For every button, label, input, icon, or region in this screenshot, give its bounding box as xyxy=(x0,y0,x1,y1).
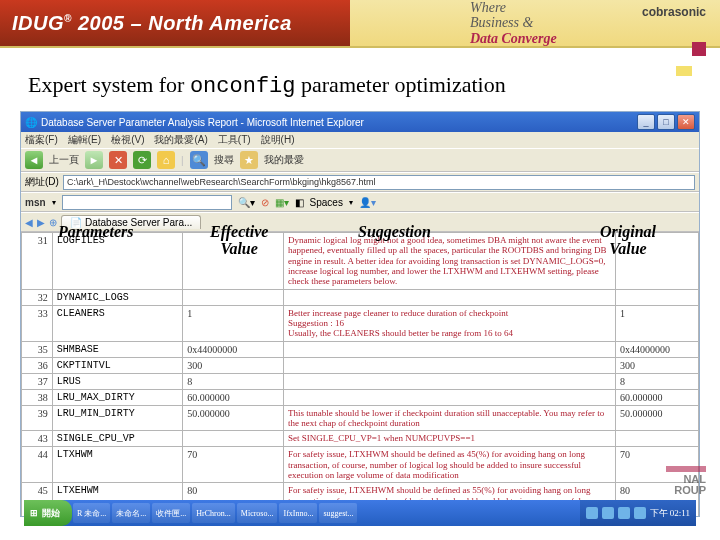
msn-form-icon[interactable]: ▦▾ xyxy=(275,197,289,208)
spaces-icon[interactable]: ◧ xyxy=(295,197,304,208)
row-number: 35 xyxy=(22,341,53,357)
row-number: 44 xyxy=(22,447,53,483)
suggestion-text xyxy=(283,389,615,405)
banner-right: Where Business & Data Converge cobrasoni… xyxy=(350,0,720,46)
windows-taskbar: ⊞ 開始 R 未命...未命名...收件匣...HrChron...Micros… xyxy=(24,500,696,526)
back-button[interactable]: ◄ xyxy=(25,151,43,169)
menu-view[interactable]: 檢視(V) xyxy=(111,133,144,147)
suggestion-text: This tunable should be lower if checkpoi… xyxy=(283,405,615,431)
toolbar: ◄ 上一頁 ► ✕ ⟳ ⌂ | 🔍 搜尋 ★ 我的最愛 xyxy=(21,148,699,172)
effective-value: 60.000000 xyxy=(183,389,284,405)
param-name: SHMBASE xyxy=(52,341,182,357)
row-number: 36 xyxy=(22,357,53,373)
table-row: 32DYNAMIC_LOGS xyxy=(22,289,699,305)
ie-page-icon: 📄 xyxy=(70,217,82,228)
tray-icon[interactable] xyxy=(634,507,646,519)
maximize-button[interactable]: □ xyxy=(657,114,675,130)
tab-next-icon[interactable]: ▶ xyxy=(37,217,45,228)
effective-value: 300 xyxy=(183,357,284,373)
tab-report[interactable]: 📄 Database Server Para... xyxy=(61,215,201,229)
conference-banner: IDUG® 2005 – North America Where Busines… xyxy=(0,0,720,48)
watermark-logo: NAL ROUP xyxy=(666,464,706,496)
suggestion-text xyxy=(283,341,615,357)
search-button[interactable]: 🔍 xyxy=(190,151,208,169)
msn-toolbar: msn ▾ 🔍▾ ⊘ ▦▾ ◧ Spaces ▾ 👤▾ xyxy=(21,192,699,212)
param-name: DYNAMIC_LOGS xyxy=(52,289,182,305)
original-value: 0x44000000 xyxy=(615,341,698,357)
taskbar-item[interactable]: HrChron... xyxy=(192,503,234,523)
windows-icon: ⊞ xyxy=(30,508,38,518)
param-name: SINGLE_CPU_VP xyxy=(52,431,182,447)
table-row: 31LOGFILESDynamic logical log might not … xyxy=(22,233,699,290)
param-name: CKPTINTVL xyxy=(52,357,182,373)
taskbar-item[interactable]: Microso... xyxy=(237,503,278,523)
effective-value: 50.000000 xyxy=(183,405,284,431)
tab-new-icon[interactable]: ⊕ xyxy=(49,217,57,228)
tray-icon[interactable] xyxy=(602,507,614,519)
menu-help[interactable]: 說明(H) xyxy=(261,133,295,147)
tray-icon[interactable] xyxy=(618,507,630,519)
msn-search-icon[interactable]: 🔍▾ xyxy=(238,197,255,208)
ie-icon: 🌐 xyxy=(25,117,37,128)
table-row: 39LRU_MIN_DIRTY50.000000This tunable sho… xyxy=(22,405,699,431)
stop-button[interactable]: ✕ xyxy=(109,151,127,169)
taskbar-item[interactable]: IfxInno... xyxy=(279,503,317,523)
minimize-button[interactable]: _ xyxy=(637,114,655,130)
window-titlebar: 🌐 Database Server Parameter Analysis Rep… xyxy=(21,112,699,132)
original-value: 60.000000 xyxy=(615,389,698,405)
effective-value: 0x44000000 xyxy=(183,341,284,357)
address-label: 網址(D) xyxy=(25,175,59,189)
menu-tools[interactable]: 工具(T) xyxy=(218,133,251,147)
original-value: 300 xyxy=(615,357,698,373)
msn-msgr-icon[interactable]: 👤▾ xyxy=(359,197,376,208)
start-button[interactable]: ⊞ 開始 xyxy=(24,500,72,526)
menubar: 檔案(F) 編輯(E) 檢視(V) 我的最愛(A) 工具(T) 說明(H) xyxy=(21,132,699,148)
close-button[interactable]: ✕ xyxy=(677,114,695,130)
favorites-label: 我的最愛 xyxy=(264,153,304,167)
back-label: 上一頁 xyxy=(49,153,79,167)
row-number: 33 xyxy=(22,305,53,341)
param-name: LTXHWM xyxy=(52,447,182,483)
row-number: 43 xyxy=(22,431,53,447)
param-name: LRU_MAX_DIRTY xyxy=(52,389,182,405)
row-number: 31 xyxy=(22,233,53,290)
effective-value xyxy=(183,289,284,305)
banner-left: IDUG® 2005 – North America xyxy=(0,0,350,46)
address-input[interactable]: C:\ark\_H\Destock\wchannel\webResearch\S… xyxy=(63,175,695,190)
param-name: CLEANERS xyxy=(52,305,182,341)
param-name: LOGFILES xyxy=(52,233,182,290)
table-row: 35SHMBASE0x440000000x44000000 xyxy=(22,341,699,357)
effective-value: 8 xyxy=(183,373,284,389)
original-value: 50.000000 xyxy=(615,405,698,431)
suggestion-text: Better increase page cleaner to reduce d… xyxy=(283,305,615,341)
taskbar-item[interactable]: 未命名... xyxy=(112,503,150,523)
menu-file[interactable]: 檔案(F) xyxy=(25,133,58,147)
taskbar-item[interactable]: 收件匣... xyxy=(152,503,190,523)
home-button[interactable]: ⌂ xyxy=(157,151,175,169)
favorites-button[interactable]: ★ xyxy=(240,151,258,169)
msn-logo: msn xyxy=(25,197,46,208)
taskbar-item[interactable]: R 未命... xyxy=(73,503,110,523)
menu-favorites[interactable]: 我的最愛(A) xyxy=(154,133,207,147)
accent-square-yellow xyxy=(676,66,692,76)
original-value xyxy=(615,233,698,290)
msn-search-input[interactable] xyxy=(62,195,232,210)
search-label: 搜尋 xyxy=(214,153,234,167)
forward-button[interactable]: ► xyxy=(85,151,103,169)
refresh-button[interactable]: ⟳ xyxy=(133,151,151,169)
effective-value xyxy=(183,233,284,290)
accent-square xyxy=(692,42,706,56)
row-number: 38 xyxy=(22,389,53,405)
menu-edit[interactable]: 編輯(E) xyxy=(68,133,101,147)
report-pane: 31LOGFILESDynamic logical log might not … xyxy=(21,232,699,516)
msn-block-icon[interactable]: ⊘ xyxy=(261,197,269,208)
tray-icon[interactable] xyxy=(586,507,598,519)
tab-prev-icon[interactable]: ◀ xyxy=(25,217,33,228)
ie-window: 🌐 Database Server Parameter Analysis Rep… xyxy=(20,111,700,517)
taskbar-item[interactable]: suggest... xyxy=(319,503,357,523)
suggestion-text xyxy=(283,357,615,373)
clock[interactable]: 下午 02:11 xyxy=(650,507,690,520)
suggestion-text: Dynamic logical log might not a good ide… xyxy=(283,233,615,290)
tab-bar: ◀ ▶ ⊕ 📄 Database Server Para... xyxy=(21,212,699,232)
row-number: 39 xyxy=(22,405,53,431)
